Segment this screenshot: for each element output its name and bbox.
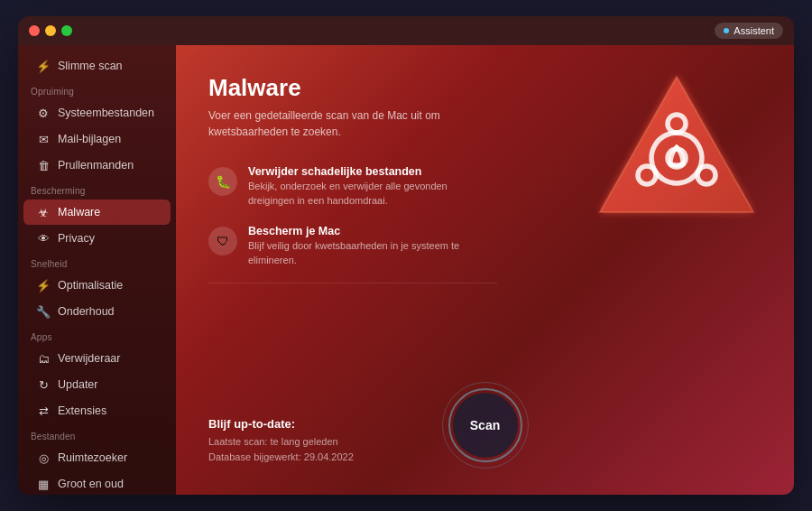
malware-icon: ☣ [36, 205, 51, 219]
scan-button-ring: Scan [448, 388, 522, 462]
large-old-icon: ▦ [36, 477, 51, 491]
feature-text-protect: Bescherm je Mac Blijf veilig door kwetsb… [248, 225, 465, 268]
assistant-button[interactable]: Assistent [715, 23, 783, 39]
assistant-label: Assistent [734, 25, 774, 36]
scan-button[interactable]: Scan [453, 393, 518, 458]
sidebar-section-bescherming: Bescherming [18, 179, 176, 199]
sidebar-item-smart-scan[interactable]: ⚡ Slimme scan [23, 53, 171, 79]
app-body: ⚡ Slimme scan Opruiming ⚙ Systeembestand… [18, 45, 794, 495]
feature-title: Bescherm je Mac [248, 225, 465, 237]
biohazard-illustration [586, 63, 767, 244]
sidebar: ⚡ Slimme scan Opruiming ⚙ Systeembestand… [18, 45, 176, 495]
sidebar-item-label: Systeembestanden [58, 107, 154, 119]
bug-icon: 🐛 [208, 167, 237, 196]
sidebar-item-system-files[interactable]: ⚙ Systeembestanden [23, 100, 171, 125]
trash-icon: 🗑 [36, 158, 51, 172]
feature-title: Verwijder schadelijke bestanden [248, 165, 465, 178]
close-button[interactable] [29, 25, 40, 36]
smart-scan-icon: ⚡ [36, 59, 51, 73]
feature-desc: Bekijk, onderzoek en verwijder alle gevo… [248, 180, 465, 209]
sidebar-item-label: Verwijderaar [58, 352, 120, 365]
maintenance-icon: 🔧 [36, 304, 51, 319]
titlebar: Assistent [18, 16, 794, 45]
sidebar-item-label: Ruimtezoeker [58, 451, 127, 464]
system-files-icon: ⚙ [36, 106, 51, 120]
sidebar-item-large-old[interactable]: ▦ Groot en oud [23, 471, 171, 495]
app-window: Assistent ⚡ Slimme scan Opruiming ⚙ Syst… [18, 16, 794, 495]
sidebar-section-apps: Apps [18, 325, 176, 345]
sidebar-item-label: Privacy [58, 232, 95, 245]
updater-icon: ↻ [36, 377, 51, 392]
sidebar-item-label: Optimalisatie [58, 279, 123, 292]
minimize-button[interactable] [45, 25, 56, 36]
uninstaller-icon: 🗂 [36, 351, 51, 366]
space-lens-icon: ◎ [36, 451, 51, 465]
privacy-icon: 👁 [36, 231, 51, 246]
sidebar-section-opruiming: Opruiming [18, 79, 176, 99]
traffic-lights [29, 25, 72, 36]
sidebar-item-extensions[interactable]: ⇄ Extensies [23, 398, 171, 423]
sidebar-item-trash[interactable]: 🗑 Prullenmanden [23, 153, 171, 178]
sidebar-section-bestanden: Bestanden [18, 424, 176, 444]
optimization-icon: ⚡ [36, 278, 51, 293]
feature-desc: Blijf veilig door kwetsbaarheden in je s… [248, 239, 465, 268]
divider [208, 283, 497, 283]
assistant-dot-icon [724, 28, 729, 33]
sidebar-item-label: Prullenmanden [58, 159, 134, 172]
feature-item-remove-threats: 🐛 Verwijder schadelijke bestanden Bekijk… [208, 165, 497, 209]
sidebar-item-updater[interactable]: ↻ Updater [23, 372, 171, 397]
sidebar-item-privacy[interactable]: 👁 Privacy [23, 226, 171, 251]
sidebar-item-label: Mail-bijlagen [58, 133, 121, 145]
sidebar-item-label: Updater [58, 378, 97, 391]
sidebar-item-label: Extensies [58, 404, 106, 417]
maximize-button[interactable] [61, 25, 72, 36]
mail-icon: ✉ [36, 132, 51, 146]
sidebar-item-mail-attachments[interactable]: ✉ Mail-bijlagen [23, 126, 171, 152]
sidebar-item-optimization[interactable]: ⚡ Optimalisatie [23, 273, 171, 298]
sidebar-item-label: Slimme scan [58, 60, 123, 72]
sidebar-item-uninstaller[interactable]: 🗂 Verwijderaar [23, 346, 171, 371]
shield-icon: 🛡 [208, 227, 237, 256]
feature-list: 🐛 Verwijder schadelijke bestanden Bekijk… [208, 165, 497, 268]
page-subtitle: Voer een gedetailleerde scan van de Mac … [208, 107, 461, 140]
extensions-icon: ⇄ [36, 404, 51, 418]
sidebar-item-space-lens[interactable]: ◎ Ruimtezoeker [23, 445, 171, 470]
main-content: Malware Voer een gedetailleerde scan van… [176, 45, 794, 495]
sidebar-section-snelheid: Snelheid [18, 252, 176, 272]
scan-button-container: Scan [448, 388, 522, 462]
sidebar-item-label: Onderhoud [58, 305, 115, 318]
sidebar-item-label: Groot en oud [58, 478, 124, 490]
sidebar-item-malware[interactable]: ☣ Malware [23, 200, 171, 225]
sidebar-item-label: Malware [58, 206, 100, 218]
sidebar-item-maintenance[interactable]: 🔧 Onderhoud [23, 299, 171, 324]
feature-item-protect-mac: 🛡 Bescherm je Mac Blijf veilig door kwet… [208, 225, 497, 268]
feature-text-remove: Verwijder schadelijke bestanden Bekijk, … [248, 165, 465, 209]
